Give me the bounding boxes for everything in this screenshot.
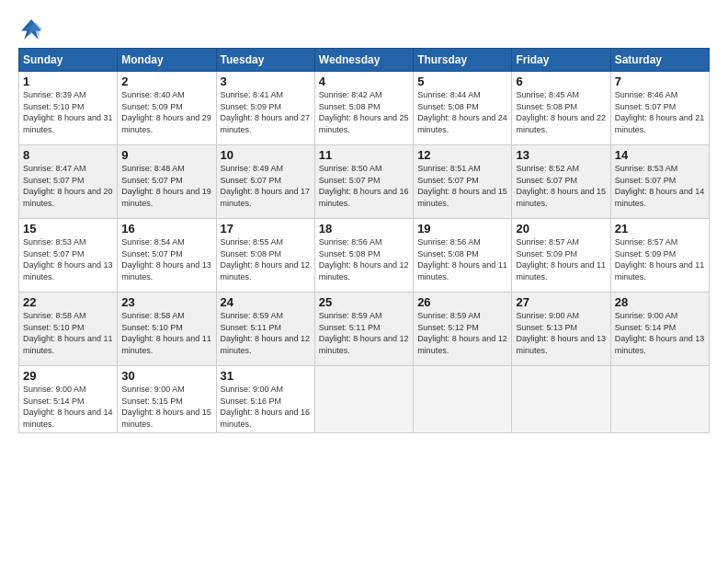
day-info: Sunrise: 8:51 AMSunset: 5:07 PMDaylight:… (417, 163, 507, 209)
day-number: 20 (516, 222, 606, 236)
calendar-cell: 18 Sunrise: 8:56 AMSunset: 5:08 PMDaylig… (314, 219, 413, 293)
day-number: 31 (221, 369, 311, 383)
page: SundayMondayTuesdayWednesdayThursdayFrid… (0, 0, 728, 563)
day-info: Sunrise: 9:00 AMSunset: 5:16 PMDaylight:… (221, 384, 311, 430)
day-number: 17 (221, 222, 311, 236)
calendar-cell: 29 Sunrise: 9:00 AMSunset: 5:14 PMDaylig… (19, 366, 118, 433)
day-number: 27 (516, 295, 606, 309)
day-number: 18 (319, 222, 409, 236)
day-number: 29 (23, 369, 113, 383)
day-number: 11 (319, 148, 409, 162)
day-info: Sunrise: 8:56 AMSunset: 5:08 PMDaylight:… (417, 236, 507, 282)
day-info: Sunrise: 8:58 AMSunset: 5:10 PMDaylight:… (121, 310, 211, 356)
day-info: Sunrise: 8:55 AMSunset: 5:08 PMDaylight:… (221, 236, 311, 282)
calendar-cell: 27 Sunrise: 9:00 AMSunset: 5:13 PMDaylig… (512, 293, 610, 366)
day-info: Sunrise: 8:53 AMSunset: 5:07 PMDaylight:… (615, 163, 705, 209)
calendar-cell: 9 Sunrise: 8:48 AMSunset: 5:07 PMDayligh… (118, 145, 216, 219)
calendar-cell: 4 Sunrise: 8:42 AMSunset: 5:08 PMDayligh… (314, 72, 413, 145)
day-info: Sunrise: 8:57 AMSunset: 5:09 PMDaylight:… (615, 236, 705, 282)
calendar-cell: 2 Sunrise: 8:40 AMSunset: 5:09 PMDayligh… (118, 72, 216, 145)
day-number: 25 (319, 295, 409, 309)
day-info: Sunrise: 8:47 AMSunset: 5:07 PMDaylight:… (23, 163, 113, 209)
day-number: 10 (221, 148, 311, 162)
day-info: Sunrise: 8:46 AMSunset: 5:07 PMDaylight:… (615, 89, 705, 135)
day-info: Sunrise: 8:54 AMSunset: 5:07 PMDaylight:… (121, 236, 211, 282)
day-info: Sunrise: 8:40 AMSunset: 5:09 PMDaylight:… (121, 89, 211, 135)
day-info: Sunrise: 8:59 AMSunset: 5:11 PMDaylight:… (319, 310, 409, 356)
calendar-cell: 26 Sunrise: 8:59 AMSunset: 5:12 PMDaylig… (414, 293, 512, 366)
day-info: Sunrise: 8:58 AMSunset: 5:10 PMDaylight:… (23, 310, 113, 356)
logo (18, 17, 48, 42)
calendar-cell: 8 Sunrise: 8:47 AMSunset: 5:07 PMDayligh… (19, 145, 118, 219)
day-info: Sunrise: 8:44 AMSunset: 5:08 PMDaylight:… (417, 89, 507, 135)
calendar-table: SundayMondayTuesdayWednesdayThursdayFrid… (18, 48, 710, 433)
day-info: Sunrise: 9:00 AMSunset: 5:14 PMDaylight:… (615, 310, 705, 356)
header (18, 17, 710, 42)
calendar-cell (512, 366, 610, 433)
day-info: Sunrise: 8:52 AMSunset: 5:07 PMDaylight:… (516, 163, 606, 209)
day-number: 19 (417, 222, 507, 236)
calendar-cell: 6 Sunrise: 8:45 AMSunset: 5:08 PMDayligh… (512, 72, 610, 145)
day-number: 9 (121, 148, 211, 162)
weekday-header-sunday: Sunday (19, 49, 118, 72)
calendar-cell: 12 Sunrise: 8:51 AMSunset: 5:07 PMDaylig… (414, 145, 512, 219)
weekday-header-tuesday: Tuesday (216, 49, 314, 72)
calendar-cell: 1 Sunrise: 8:39 AMSunset: 5:10 PMDayligh… (19, 72, 118, 145)
day-number: 30 (121, 369, 211, 383)
day-number: 16 (121, 222, 211, 236)
calendar-cell: 25 Sunrise: 8:59 AMSunset: 5:11 PMDaylig… (314, 293, 413, 366)
calendar-cell: 22 Sunrise: 8:58 AMSunset: 5:10 PMDaylig… (19, 293, 118, 366)
calendar-cell (414, 366, 512, 433)
day-number: 14 (615, 148, 705, 162)
calendar-cell: 11 Sunrise: 8:50 AMSunset: 5:07 PMDaylig… (314, 145, 413, 219)
calendar-cell: 5 Sunrise: 8:44 AMSunset: 5:08 PMDayligh… (414, 72, 512, 145)
day-info: Sunrise: 8:42 AMSunset: 5:08 PMDaylight:… (319, 89, 409, 135)
calendar-cell: 19 Sunrise: 8:56 AMSunset: 5:08 PMDaylig… (414, 219, 512, 293)
weekday-header-friday: Friday (512, 49, 610, 72)
calendar-cell: 17 Sunrise: 8:55 AMSunset: 5:08 PMDaylig… (216, 219, 314, 293)
calendar-cell: 28 Sunrise: 9:00 AMSunset: 5:14 PMDaylig… (610, 293, 709, 366)
logo-icon (18, 17, 44, 42)
day-info: Sunrise: 9:00 AMSunset: 5:15 PMDaylight:… (121, 384, 211, 430)
day-number: 12 (417, 148, 507, 162)
weekday-header-saturday: Saturday (610, 49, 709, 72)
day-info: Sunrise: 8:59 AMSunset: 5:11 PMDaylight:… (221, 310, 311, 356)
calendar-cell: 13 Sunrise: 8:52 AMSunset: 5:07 PMDaylig… (512, 145, 610, 219)
day-info: Sunrise: 9:00 AMSunset: 5:13 PMDaylight:… (516, 310, 606, 356)
week-row-5: 29 Sunrise: 9:00 AMSunset: 5:14 PMDaylig… (19, 366, 710, 433)
day-number: 15 (23, 222, 113, 236)
day-info: Sunrise: 9:00 AMSunset: 5:14 PMDaylight:… (23, 384, 113, 430)
day-number: 8 (23, 148, 113, 162)
day-number: 13 (516, 148, 606, 162)
week-row-3: 15 Sunrise: 8:53 AMSunset: 5:07 PMDaylig… (19, 219, 710, 293)
day-number: 23 (121, 295, 211, 309)
calendar-cell: 10 Sunrise: 8:49 AMSunset: 5:07 PMDaylig… (216, 145, 314, 219)
week-row-4: 22 Sunrise: 8:58 AMSunset: 5:10 PMDaylig… (19, 293, 710, 366)
calendar-cell: 15 Sunrise: 8:53 AMSunset: 5:07 PMDaylig… (19, 219, 118, 293)
calendar-cell (314, 366, 413, 433)
calendar-cell: 30 Sunrise: 9:00 AMSunset: 5:15 PMDaylig… (118, 366, 216, 433)
calendar-cell: 14 Sunrise: 8:53 AMSunset: 5:07 PMDaylig… (610, 145, 709, 219)
day-number: 22 (23, 295, 113, 309)
calendar-cell: 21 Sunrise: 8:57 AMSunset: 5:09 PMDaylig… (610, 219, 709, 293)
day-number: 26 (417, 295, 507, 309)
day-number: 4 (319, 75, 409, 88)
day-number: 1 (23, 75, 113, 88)
calendar-cell (610, 366, 709, 433)
weekday-header-wednesday: Wednesday (314, 49, 413, 72)
day-number: 28 (615, 295, 705, 309)
weekday-header-row: SundayMondayTuesdayWednesdayThursdayFrid… (19, 49, 710, 72)
day-info: Sunrise: 8:50 AMSunset: 5:07 PMDaylight:… (319, 163, 409, 209)
calendar-cell: 16 Sunrise: 8:54 AMSunset: 5:07 PMDaylig… (118, 219, 216, 293)
day-info: Sunrise: 8:45 AMSunset: 5:08 PMDaylight:… (516, 89, 606, 135)
calendar-cell: 31 Sunrise: 9:00 AMSunset: 5:16 PMDaylig… (216, 366, 314, 433)
day-number: 3 (221, 75, 311, 88)
calendar-cell: 20 Sunrise: 8:57 AMSunset: 5:09 PMDaylig… (512, 219, 610, 293)
day-info: Sunrise: 8:56 AMSunset: 5:08 PMDaylight:… (319, 236, 409, 282)
day-number: 6 (516, 75, 606, 88)
calendar-cell: 7 Sunrise: 8:46 AMSunset: 5:07 PMDayligh… (610, 72, 709, 145)
day-info: Sunrise: 8:49 AMSunset: 5:07 PMDaylight:… (221, 163, 311, 209)
day-number: 2 (121, 75, 211, 88)
calendar-cell: 3 Sunrise: 8:41 AMSunset: 5:09 PMDayligh… (216, 72, 314, 145)
day-number: 5 (417, 75, 507, 88)
